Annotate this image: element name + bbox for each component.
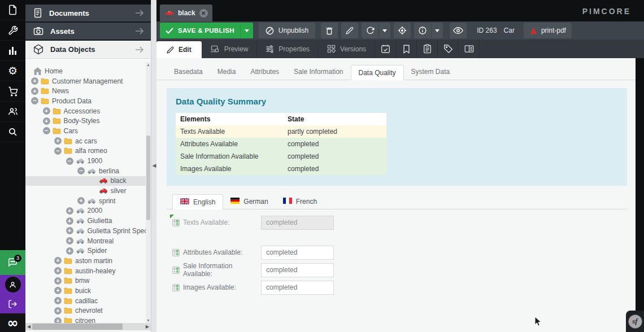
scroll-right-icon[interactable]: ▶ — [146, 323, 149, 330]
rail-search-button[interactable] — [0, 122, 25, 142]
tree-item-sprint[interactable]: +sprint — [25, 196, 146, 206]
expand-icon[interactable]: + — [54, 137, 62, 145]
subtab-basedata[interactable]: Basedata — [167, 64, 210, 80]
tree-item-news[interactable]: +News — [25, 86, 146, 96]
tree-item-montreal[interactable]: +Montreal — [25, 236, 146, 246]
subtab-attributes[interactable]: Attributes — [243, 64, 286, 80]
tree-item-austin-healey[interactable]: +austin-healey — [25, 266, 146, 276]
debug-toolbar-button[interactable]: sf — [626, 311, 644, 332]
tree-hscroll-thumb[interactable] — [32, 324, 123, 330]
tab-bookmark[interactable] — [396, 40, 417, 58]
field-input-images-available[interactable] — [261, 281, 334, 295]
expand-icon[interactable]: + — [54, 307, 62, 314]
tree-item-home[interactable]: Home — [25, 66, 146, 76]
tree-item-cadillac[interactable]: +cadillac — [25, 296, 146, 306]
tree-item-customer-management[interactable]: +Customer Management — [25, 76, 146, 86]
field-input-texts-available[interactable] — [261, 216, 334, 230]
panel-assets[interactable]: Assets — [25, 23, 151, 41]
rail-reports-button[interactable] — [0, 41, 25, 61]
language-tab-german[interactable]: German — [223, 194, 275, 209]
panel-data-objects[interactable]: Data Objects — [25, 41, 151, 59]
user-profile-button[interactable] — [0, 275, 25, 294]
expand-icon[interactable]: + — [43, 107, 50, 115]
field-input-sale-information-available[interactable] — [261, 263, 334, 277]
tab-versions[interactable]: Versions — [319, 40, 375, 58]
tree-vertical-scrollbar[interactable]: ▲ ▼ — [146, 62, 151, 323]
tree-item-silver[interactable]: silver — [25, 186, 146, 196]
tab-schedule[interactable] — [375, 40, 396, 58]
info-dropdown[interactable] — [431, 23, 443, 38]
rail-settings-button[interactable]: ⚙ — [0, 61, 25, 81]
tree-item-cars[interactable]: −Cars — [25, 126, 146, 136]
print-pdf-button[interactable]: print-pdf — [524, 23, 572, 38]
close-icon[interactable]: ✕ — [199, 9, 208, 18]
reload-button[interactable] — [362, 23, 378, 38]
expand-icon[interactable]: + — [54, 257, 62, 264]
expand-icon[interactable]: + — [66, 227, 73, 234]
save-publish-button[interactable]: SAVE & PUBLISH — [160, 23, 253, 38]
panel-splitter[interactable]: ◀ — [151, 0, 156, 332]
tree-item-2000[interactable]: +2000 — [25, 206, 146, 216]
tree-item-bmw[interactable]: +bmw — [25, 276, 146, 286]
language-tab-english[interactable]: English — [172, 194, 223, 209]
tree-item-ac-cars[interactable]: +ac cars — [25, 136, 146, 146]
collapse-icon[interactable]: − — [43, 127, 50, 134]
panel-documents[interactable]: Documents — [25, 5, 151, 23]
tab-properties[interactable]: Properties — [257, 40, 319, 58]
collapse-left-icon[interactable]: ◀ — [151, 163, 157, 168]
subtab-system-data[interactable]: System Data — [404, 64, 458, 80]
tab-black[interactable]: black ✕ — [160, 5, 212, 21]
expand-icon[interactable]: + — [54, 267, 62, 274]
expand-icon[interactable]: + — [54, 297, 62, 304]
rename-button[interactable] — [341, 23, 358, 38]
expand-icon[interactable]: + — [66, 217, 73, 225]
tree-item-1900[interactable]: −1900 — [25, 156, 146, 166]
rail-ecommerce-button[interactable] — [0, 81, 25, 102]
save-dropdown[interactable] — [240, 23, 253, 38]
expand-icon[interactable]: + — [77, 197, 85, 204]
tree-item-black[interactable]: black — [25, 176, 146, 186]
rail-customers-button[interactable] — [0, 102, 25, 122]
tree-item-product-data[interactable]: −Product Data — [25, 96, 146, 106]
tab-layout[interactable] — [459, 40, 480, 58]
tree-item-aston-martin[interactable]: +aston martin — [25, 256, 146, 266]
expand-icon[interactable]: + — [43, 117, 50, 125]
tree-vscroll-thumb[interactable] — [146, 136, 150, 220]
expand-icon[interactable]: + — [66, 237, 73, 244]
reload-dropdown[interactable] — [378, 23, 390, 38]
expand-icon[interactable]: + — [66, 207, 73, 215]
tree-item-alfa-romeo[interactable]: −alfa romeo — [25, 146, 146, 156]
tree-item-berlina[interactable]: −berlina — [25, 166, 146, 176]
expand-icon[interactable]: + — [66, 247, 73, 255]
expand-icon[interactable]: + — [54, 287, 62, 294]
field-input-attributes-available[interactable] — [261, 246, 334, 260]
tree-item-spider[interactable]: +Spider — [25, 246, 146, 256]
collapse-icon[interactable]: − — [31, 97, 38, 104]
tab-tags[interactable] — [438, 40, 459, 58]
expand-icon[interactable]: + — [54, 317, 62, 323]
subtab-media[interactable]: Media — [210, 64, 243, 80]
tree-horizontal-scrollbar[interactable]: ◀ ▶ — [25, 323, 151, 330]
language-tab-french[interactable]: French — [276, 194, 324, 209]
tree-item-gulietta-sprint-specia[interactable]: +Gulietta Sprint Specia — [25, 226, 146, 236]
subtab-sale-information[interactable]: Sale Information — [286, 64, 350, 80]
scroll-up-icon[interactable]: ▲ — [146, 63, 151, 67]
tab-notes[interactable] — [417, 40, 438, 58]
locate-in-tree-button[interactable] — [394, 23, 411, 38]
scroll-down-icon[interactable]: ▼ — [146, 318, 151, 322]
collapse-icon[interactable]: − — [77, 167, 85, 174]
notifications-button[interactable]: 3 — [0, 250, 25, 275]
logout-button[interactable] — [0, 294, 25, 313]
tab-preview[interactable]: Preview — [202, 40, 258, 58]
open-preview-button[interactable] — [450, 23, 467, 38]
scroll-left-icon[interactable]: ◀ — [27, 323, 31, 330]
tab-edit[interactable]: Edit — [156, 41, 202, 58]
tree-item-citroen[interactable]: +citroen — [25, 316, 146, 323]
collapse-icon[interactable]: − — [54, 147, 62, 155]
unpublish-button[interactable]: Unpublish — [259, 23, 315, 38]
info-button[interactable] — [414, 23, 431, 38]
tree-item-buick[interactable]: +buick — [25, 286, 146, 296]
tree-item-accessories[interactable]: +Accessories — [25, 106, 146, 116]
expand-icon[interactable]: + — [54, 277, 62, 285]
expand-icon[interactable]: + — [31, 77, 38, 85]
